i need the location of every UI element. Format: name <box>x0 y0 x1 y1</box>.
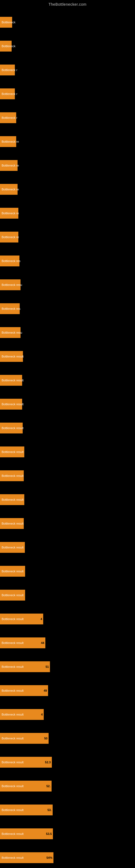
bar-label: Bottleneck result <box>1 712 25 717</box>
bar-row: Bottleneck result <box>0 535 135 559</box>
bar-label: Bottleneck <box>1 20 16 24</box>
bar-label: Bottleneck result <box>1 760 25 764</box>
bar-label: Bottleneck re <box>1 187 20 191</box>
bar-label: Bottleneck result <box>1 378 25 382</box>
chart-area: BottleneckBottleneckBottleneck rBottlene… <box>0 8 135 868</box>
bar-label: Bottleneck result <box>1 474 25 478</box>
bar-row: Bottleneck re <box>0 154 135 177</box>
bar-row: Bottleneck result <box>0 464 135 488</box>
bar-row: Bottleneck <box>0 34 135 58</box>
bar-value: 54% <box>46 856 52 859</box>
bar-label: Bottleneck result <box>1 832 25 836</box>
bar-row: Bottleneck re <box>0 201 135 225</box>
bar-row: Bottleneck r <box>0 58 135 82</box>
bar-label: Bottleneck r <box>1 116 18 120</box>
bar-value: 53. <box>48 808 52 812</box>
bar-row: Bottleneck result <box>0 344 135 368</box>
bar-value: 52.3 <box>45 761 51 764</box>
bar-row: 4Bottleneck result <box>0 607 135 631</box>
bar-row: Bottleneck result <box>0 440 135 464</box>
bar-label: Bottleneck r <box>1 92 18 96</box>
bar-label: Bottleneck result <box>1 402 25 406</box>
bar-label: Bottleneck <box>1 44 16 48</box>
site-title: TheBottlenecker.com <box>0 0 135 8</box>
bar-label: Bottleneck resu <box>1 330 23 335</box>
bar-row: Bottleneck resu <box>0 321 135 344</box>
bar-label: Bottleneck re <box>1 140 20 144</box>
bar-value: 52. <box>46 784 50 788</box>
bar-row: 51Bottleneck result <box>0 655 135 679</box>
bar-label: Bottleneck result <box>1 545 25 550</box>
bar-row: 49Bottleneck result <box>0 679 135 703</box>
bar-row: Bottleneck re <box>0 177 135 201</box>
bar-row: 53.5Bottleneck result <box>0 822 135 846</box>
bar-label: Bottleneck re <box>1 235 20 239</box>
bar-row: 53.Bottleneck result <box>0 798 135 822</box>
bar-row: Bottleneck re <box>0 130 135 154</box>
bar-row: Bottleneck result <box>0 368 135 392</box>
bar-label: Bottleneck result <box>1 688 25 693</box>
bar-label: Bottleneck result <box>1 521 25 526</box>
bar-value: 44 <box>41 641 44 645</box>
bar-row: 54%Bottleneck result <box>0 846 135 868</box>
bar-label: Bottleneck re <box>1 211 20 215</box>
bar-value: 51 <box>46 665 49 669</box>
bar-row: Bottleneck res <box>0 297 135 321</box>
bar-label: Bottleneck result <box>1 736 25 741</box>
bar-label: Bottleneck result <box>1 593 25 597</box>
bar-row: Bottleneck result <box>0 559 135 583</box>
bar-label: Bottleneck result <box>1 641 25 645</box>
bar-label: Bottleneck result <box>1 569 25 574</box>
bar-label: Bottleneck result <box>1 450 25 454</box>
bar-row: 52.3Bottleneck result <box>0 750 135 774</box>
bar-row: 50Bottleneck result <box>0 726 135 750</box>
bar-label: Bottleneck result <box>1 808 25 812</box>
bar-value: 53.5 <box>46 832 52 835</box>
bar-label: Bottleneck res <box>1 307 21 311</box>
bar-label: Bottleneck result <box>1 664 25 669</box>
bar-row: Bottleneck resu <box>0 273 135 297</box>
bar-row: 52.Bottleneck result <box>0 774 135 798</box>
bar-row: 4Bottleneck result <box>0 703 135 726</box>
bar-row: Bottleneck result <box>0 512 135 535</box>
bar-label: Bottleneck r <box>1 68 18 72</box>
bar-value: 49 <box>44 689 47 692</box>
bar-label: Bottleneck result <box>1 784 25 788</box>
bar-row: Bottleneck r <box>0 106 135 130</box>
bar-label: Bottleneck result <box>1 617 25 621</box>
bar-value: 4 <box>41 713 43 716</box>
bar-value: 4 <box>41 617 42 621</box>
bar-row: Bottleneck r <box>0 82 135 106</box>
bar-row: Bottleneck result <box>0 488 135 512</box>
bar-row: Bottleneck <box>0 10 135 34</box>
bar-row: Bottleneck res <box>0 249 135 273</box>
bar-row: 44Bottleneck result <box>0 631 135 655</box>
bar-label: Bottleneck result <box>1 497 25 502</box>
bar-label: Bottleneck re <box>1 163 20 167</box>
bar-row: Bottleneck result <box>0 392 135 416</box>
bar-row: Bottleneck result <box>0 583 135 607</box>
bar-row: Bottleneck result <box>0 416 135 440</box>
bar-value: 50 <box>44 737 48 740</box>
bar-label: Bottleneck res <box>1 259 21 263</box>
bar-label: Bottleneck result <box>1 426 25 430</box>
bar-row: Bottleneck re <box>0 225 135 249</box>
bar-label: Bottleneck result <box>1 856 25 860</box>
bar-label: Bottleneck result <box>1 354 25 359</box>
bar-label: Bottleneck resu <box>1 283 23 287</box>
